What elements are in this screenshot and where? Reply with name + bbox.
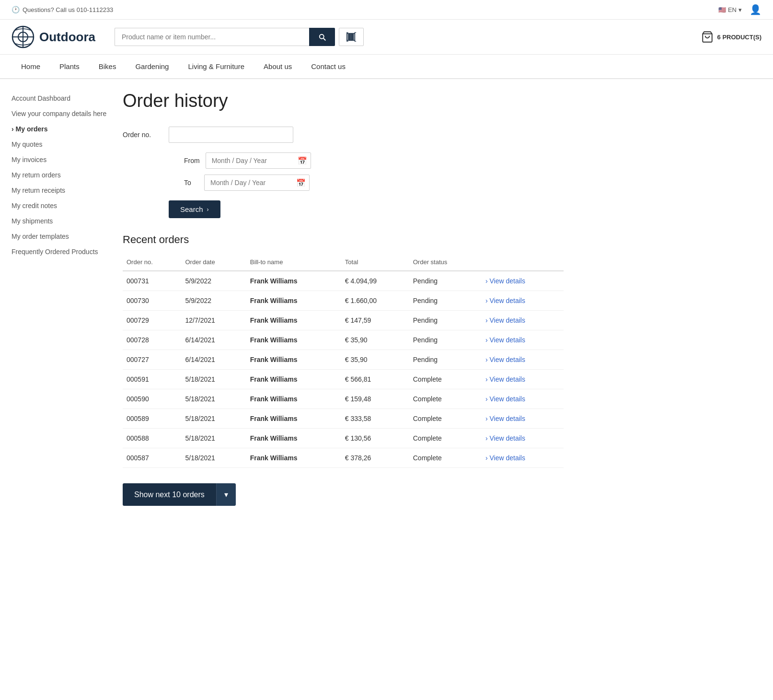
- cell-order-date: 12/7/2021: [182, 311, 246, 330]
- sidebar-item-my-invoices[interactable]: My invoices: [12, 152, 107, 167]
- cell-bill-to: Frank Williams: [246, 291, 341, 311]
- show-next-button[interactable]: Show next 10 orders: [123, 483, 216, 506]
- clock-icon: 🕐: [12, 6, 20, 13]
- sidebar-item-order-templates[interactable]: My order templates: [12, 229, 107, 244]
- cell-view-details[interactable]: › View details: [482, 330, 564, 350]
- sidebar-item-return-receipts[interactable]: My return receipts: [12, 183, 107, 198]
- from-label: From: [184, 157, 200, 164]
- from-date-row: From 📅: [184, 152, 311, 169]
- show-next-container: Show next 10 orders ▾: [123, 483, 564, 506]
- from-calendar-icon[interactable]: 📅: [298, 156, 307, 165]
- cell-view-details[interactable]: › View details: [482, 311, 564, 330]
- sidebar-item-company-details[interactable]: View your company details here: [12, 106, 107, 121]
- cell-order-no: 000730: [123, 291, 182, 311]
- cell-bill-to: Frank Williams: [246, 271, 341, 291]
- cell-view-details[interactable]: › View details: [482, 370, 564, 389]
- recent-orders-title: Recent orders: [123, 233, 564, 246]
- cell-order-date: 6/14/2021: [182, 350, 246, 370]
- show-next-dropdown-button[interactable]: ▾: [216, 483, 236, 506]
- to-calendar-icon[interactable]: 📅: [296, 178, 306, 187]
- orders-table-header: Order no. Order date Bill-to name Total …: [123, 254, 564, 271]
- table-row: 000588 5/18/2021 Frank Williams € 130,56…: [123, 429, 564, 448]
- view-details-link[interactable]: › View details: [485, 415, 525, 422]
- cell-status: Complete: [409, 448, 482, 468]
- view-details-link[interactable]: › View details: [485, 297, 525, 304]
- table-row: 000730 5/9/2022 Frank Williams € 1.660,0…: [123, 291, 564, 311]
- cell-view-details[interactable]: › View details: [482, 409, 564, 429]
- cell-view-details[interactable]: › View details: [482, 429, 564, 448]
- sidebar-item-shipments[interactable]: My shipments: [12, 213, 107, 229]
- to-date-input[interactable]: [204, 175, 310, 191]
- search-button-row: Search ›: [123, 200, 564, 218]
- cell-view-details[interactable]: › View details: [482, 291, 564, 311]
- table-row: 000591 5/18/2021 Frank Williams € 566,81…: [123, 370, 564, 389]
- view-details-link[interactable]: › View details: [485, 277, 525, 285]
- sidebar-item-frequently-ordered[interactable]: Frequently Ordered Products: [12, 244, 107, 259]
- cell-view-details[interactable]: › View details: [482, 271, 564, 291]
- cell-status: Pending: [409, 350, 482, 370]
- sidebar-item-my-orders[interactable]: › My orders: [12, 121, 107, 137]
- nav-bikes[interactable]: Bikes: [89, 55, 126, 78]
- cell-status: Complete: [409, 409, 482, 429]
- search-orders-button[interactable]: Search ›: [169, 200, 220, 218]
- search-input[interactable]: [115, 28, 309, 46]
- cell-total: € 378,26: [341, 448, 409, 468]
- view-details-link[interactable]: › View details: [485, 316, 525, 324]
- table-row: 000727 6/14/2021 Frank Williams € 35,90 …: [123, 350, 564, 370]
- cell-view-details[interactable]: › View details: [482, 389, 564, 409]
- view-details-link[interactable]: › View details: [485, 336, 525, 344]
- cart-icon: [701, 31, 714, 43]
- svg-rect-6: [350, 34, 351, 41]
- svg-rect-5: [349, 34, 349, 41]
- order-no-input[interactable]: [169, 127, 293, 143]
- phone-label: Questions? Call us 010-1112233: [23, 6, 113, 13]
- col-order-status: Order status: [409, 254, 482, 271]
- sidebar-item-account-dashboard[interactable]: Account Dashboard: [12, 91, 107, 106]
- top-bar-left: 🕐 Questions? Call us 010-1112233: [12, 6, 113, 13]
- order-no-label: Order no.: [123, 131, 161, 139]
- to-date-wrapper: 📅: [204, 175, 310, 191]
- nav-gardening[interactable]: Gardening: [126, 55, 178, 78]
- nav-plants[interactable]: Plants: [50, 55, 89, 78]
- to-date-row: To 📅: [184, 175, 311, 191]
- view-details-link[interactable]: › View details: [485, 434, 525, 442]
- sidebar-item-my-quotes[interactable]: My quotes: [12, 137, 107, 152]
- user-account-icon[interactable]: 👤: [750, 4, 761, 15]
- cell-bill-to: Frank Williams: [246, 330, 341, 350]
- cell-order-no: 000728: [123, 330, 182, 350]
- nav-contact-us[interactable]: Contact us: [301, 55, 355, 78]
- view-details-link[interactable]: › View details: [485, 375, 525, 383]
- cart-area[interactable]: 6 PRODUCT(S): [701, 31, 761, 43]
- cell-order-no: 000589: [123, 409, 182, 429]
- filter-form: Order no. From 📅 To: [123, 127, 564, 218]
- view-details-link[interactable]: › View details: [485, 454, 525, 462]
- language-selector[interactable]: 🇺🇸 EN ▾: [718, 6, 742, 13]
- cell-order-no: 000590: [123, 389, 182, 409]
- cell-status: Complete: [409, 429, 482, 448]
- nav-home[interactable]: Home: [12, 55, 50, 78]
- nav-living-furniture[interactable]: Living & Furniture: [178, 55, 254, 78]
- cell-view-details[interactable]: › View details: [482, 350, 564, 370]
- from-date-wrapper: 📅: [206, 152, 311, 169]
- language-label: EN: [728, 6, 737, 13]
- col-order-date: Order date: [182, 254, 246, 271]
- sidebar-item-credit-notes[interactable]: My credit notes: [12, 198, 107, 213]
- view-details-link[interactable]: › View details: [485, 356, 525, 363]
- table-row: 000728 6/14/2021 Frank Williams € 35,90 …: [123, 330, 564, 350]
- svg-rect-4: [347, 34, 348, 41]
- search-btn-chevron-icon: ›: [207, 206, 209, 213]
- table-row: 000731 5/9/2022 Frank Williams € 4.094,9…: [123, 271, 564, 291]
- logo[interactable]: Outdoora: [12, 25, 95, 48]
- from-date-input[interactable]: [206, 152, 311, 169]
- search-button[interactable]: [309, 28, 335, 46]
- nav-about-us[interactable]: About us: [254, 55, 301, 78]
- view-details-link[interactable]: › View details: [485, 395, 525, 403]
- orders-table-body: 000731 5/9/2022 Frank Williams € 4.094,9…: [123, 271, 564, 468]
- barcode-scan-button[interactable]: [339, 28, 364, 46]
- cell-view-details[interactable]: › View details: [482, 448, 564, 468]
- table-row: 000729 12/7/2021 Frank Williams € 147,59…: [123, 311, 564, 330]
- sidebar-item-return-orders[interactable]: My return orders: [12, 167, 107, 183]
- cell-order-date: 6/14/2021: [182, 330, 246, 350]
- flag-us: 🇺🇸: [718, 6, 726, 13]
- cell-total: € 4.094,99: [341, 271, 409, 291]
